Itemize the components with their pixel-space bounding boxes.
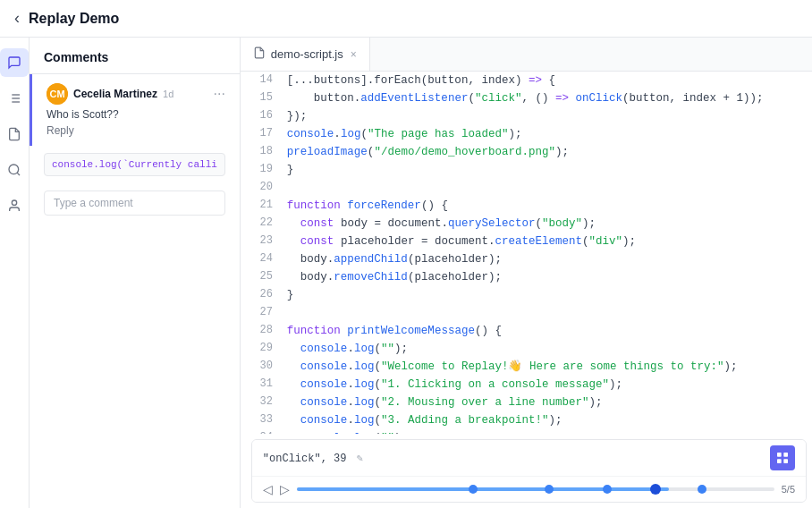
nav-back-button[interactable]: ‹ [14,9,20,28]
comments-header: Comments [30,38,240,74]
code-line-17: 17 console.log("The page has loaded"); [241,125,812,143]
progress-dot-2[interactable] [545,485,554,494]
comment-user-info: CM Cecelia Martinez 1d [47,83,173,105]
code-line-32: 32 console.log("2. Mousing over a line n… [241,394,812,411]
code-line-30: 30 console.log("Welcome to Replay!👋 Here… [241,358,812,376]
sidebar-icon-user[interactable] [0,191,29,220]
svg-text:CM: CM [49,89,64,99]
comment-code-snippet: console.log(`Currently calli [44,153,225,176]
console-popup: "onClick", 39 ✎ ◁ ▷ [251,439,807,503]
editor-tabs: demo-script.js × [241,38,812,72]
code-line-28: 28 function printWelcomeMessage() { [241,322,812,340]
comment-text: Who is Scott?? [47,108,225,121]
forward-play-button[interactable]: ▷ [280,482,290,496]
console-popup-label: "onClick", 39 ✎ [263,452,363,465]
comment-input[interactable] [44,190,225,216]
sidebar-icon-chat[interactable] [0,48,29,77]
sidebar-icon-search[interactable] [0,156,29,184]
code-line-16: 16 }); [241,107,812,125]
nav-title: Replay Demo [29,11,119,27]
progress-track[interactable] [297,487,774,491]
comment-input-area [44,190,225,216]
progress-dot-1[interactable] [469,485,478,494]
comment-item: CM Cecelia Martinez 1d ··· Who is Scott?… [30,74,240,146]
code-line-33: 33 console.log("3. Adding a breakpoint!"… [241,411,812,429]
svg-line-7 [17,173,20,175]
code-line-26: 26 } [241,286,812,304]
tab-close-button[interactable]: × [351,48,357,61]
comment-more-button[interactable]: ··· [214,87,225,101]
playback-controls: ◁ ▷ 5/5 [252,477,806,502]
reply-button[interactable]: Reply [47,124,225,137]
comment-time: 1d [163,89,173,99]
code-line-18: 18 preloadImage("/demo/demo_hoverboard.p… [241,143,812,161]
code-line-29: 29 console.log(""); [241,340,812,358]
sidebar-icon-list[interactable] [0,84,29,113]
sidebar-icon-document[interactable] [0,120,29,148]
svg-point-6 [9,165,19,174]
svg-rect-13 [777,459,782,463]
editor-content: 14 [...buttons].forEach(button, index) =… [241,72,812,434]
code-line-19: 19 } [241,161,812,179]
console-edit-icon[interactable]: ✎ [357,453,363,465]
console-panel-button[interactable] [770,445,795,470]
nav-header: ‹ Replay Demo [0,0,812,38]
code-line-27: 27 [241,304,812,322]
code-line-14: 14 [...buttons].forEach(button, index) =… [241,72,812,89]
editor-panel: demo-script.js × 14 [...buttons].forEach… [241,38,812,508]
progress-dot-3[interactable] [603,485,612,494]
svg-rect-12 [783,453,788,457]
code-line-31: 31 console.log("1. Clicking on a console… [241,376,812,394]
progress-dot-4[interactable] [650,484,661,495]
comments-panel: Comments CM Cecelia Martinez 1d ··· [30,38,241,508]
code-line-24: 24 body.appendChild(placeholder); [241,250,812,268]
comment-user-row: CM Cecelia Martinez 1d ··· [47,83,225,105]
progress-count: 5/5 [782,484,795,495]
tab-file-icon [253,47,266,62]
console-popup-header: "onClick", 39 ✎ [252,440,806,477]
progress-fill [297,487,669,491]
code-line-23: 23 const placeholder = document.createEl… [241,233,812,250]
tab-label: demo-script.js [271,47,343,61]
svg-rect-14 [783,459,788,463]
sidebar [0,38,30,508]
code-line-22: 22 const body = document.querySelector("… [241,215,812,233]
back-play-button[interactable]: ◁ [263,482,273,496]
svg-point-8 [12,200,16,205]
avatar: CM [47,83,68,105]
code-line-21: 21 function forceRender() { [241,197,812,215]
code-line-25: 25 body.removeChild(placeholder); [241,268,812,286]
svg-rect-11 [777,453,782,457]
code-line-20: 20 [241,179,812,197]
code-line-34: 34 console.log(""); [241,429,812,434]
comment-username: Cecelia Martinez [73,88,157,100]
progress-dot-5[interactable] [698,485,706,494]
code-line-15: 15 button.addEventListener("click", () =… [241,89,812,107]
editor-tab-demo-script[interactable]: demo-script.js × [241,38,370,71]
